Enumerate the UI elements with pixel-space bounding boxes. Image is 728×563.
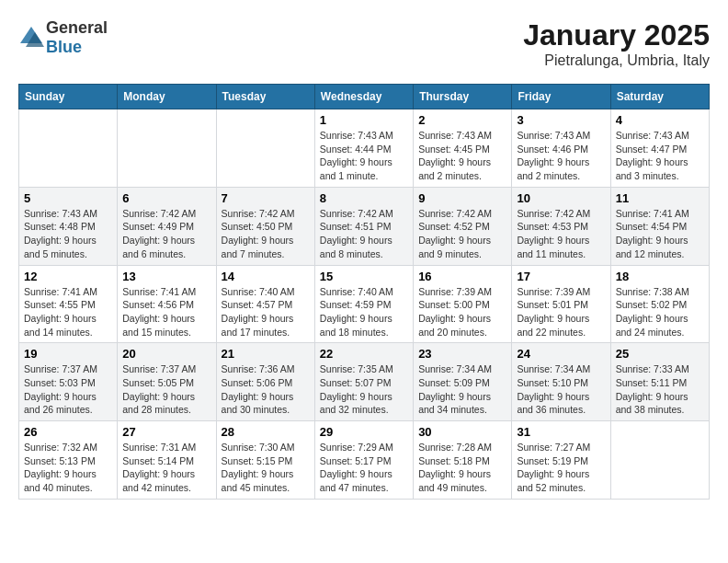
calendar-cell: 14Sunrise: 7:40 AMSunset: 4:57 PMDayligh… [216, 265, 314, 343]
day-number: 19 [24, 347, 112, 361]
day-number: 26 [24, 425, 112, 439]
calendar-cell: 11Sunrise: 7:41 AMSunset: 4:54 PMDayligh… [610, 187, 709, 265]
calendar-cell: 8Sunrise: 7:42 AMSunset: 4:51 PMDaylight… [314, 187, 413, 265]
day-info: Sunrise: 7:40 AMSunset: 4:57 PMDaylight:… [222, 285, 310, 339]
logo-text-blue: Blue [46, 38, 82, 56]
calendar-cell: 19Sunrise: 7:37 AMSunset: 5:03 PMDayligh… [19, 343, 118, 421]
day-number: 14 [222, 270, 310, 283]
day-number: 1 [320, 113, 408, 127]
calendar-cell: 10Sunrise: 7:42 AMSunset: 4:53 PMDayligh… [512, 187, 610, 265]
calendar-cell: 13Sunrise: 7:41 AMSunset: 4:56 PMDayligh… [118, 265, 216, 343]
day-number: 7 [222, 191, 310, 205]
logo-icon [18, 25, 44, 51]
day-number: 27 [122, 425, 210, 439]
calendar-cell [118, 109, 216, 188]
weekday-header: Tuesday [216, 85, 314, 109]
calendar-cell: 22Sunrise: 7:35 AMSunset: 5:07 PMDayligh… [314, 343, 413, 421]
day-number: 4 [616, 113, 704, 127]
day-info: Sunrise: 7:42 AMSunset: 4:53 PMDaylight:… [517, 207, 605, 261]
calendar-week: 19Sunrise: 7:37 AMSunset: 5:03 PMDayligh… [19, 343, 710, 421]
calendar-cell: 24Sunrise: 7:34 AMSunset: 5:10 PMDayligh… [512, 343, 610, 421]
day-number: 12 [24, 270, 112, 283]
day-info: Sunrise: 7:34 AMSunset: 5:09 PMDaylight:… [418, 362, 506, 417]
day-info: Sunrise: 7:43 AMSunset: 4:47 PMDaylight:… [616, 129, 704, 183]
calendar-cell: 1Sunrise: 7:43 AMSunset: 4:44 PMDaylight… [314, 109, 413, 188]
day-number: 13 [122, 270, 210, 283]
calendar-table: SundayMondayTuesdayWednesdayThursdayFrid… [18, 84, 710, 500]
day-info: Sunrise: 7:29 AMSunset: 5:17 PMDaylight:… [320, 441, 408, 495]
calendar-cell: 28Sunrise: 7:30 AMSunset: 5:15 PMDayligh… [216, 421, 314, 500]
calendar-cell: 9Sunrise: 7:42 AMSunset: 4:52 PMDaylight… [414, 187, 512, 265]
calendar-week: 1Sunrise: 7:43 AMSunset: 4:44 PMDaylight… [19, 109, 710, 188]
weekday-header: Sunday [19, 85, 118, 109]
day-number: 3 [517, 113, 605, 127]
day-number: 8 [320, 191, 408, 205]
day-number: 2 [418, 113, 506, 127]
day-info: Sunrise: 7:40 AMSunset: 4:59 PMDaylight:… [320, 285, 408, 339]
day-info: Sunrise: 7:41 AMSunset: 4:55 PMDaylight:… [24, 285, 112, 339]
day-number: 24 [517, 347, 605, 361]
calendar-week: 12Sunrise: 7:41 AMSunset: 4:55 PMDayligh… [19, 265, 710, 343]
day-number: 6 [122, 191, 210, 205]
calendar-cell: 18Sunrise: 7:38 AMSunset: 5:02 PMDayligh… [610, 265, 709, 343]
day-number: 25 [616, 347, 704, 361]
day-number: 21 [222, 347, 310, 361]
day-info: Sunrise: 7:34 AMSunset: 5:10 PMDaylight:… [517, 362, 605, 417]
day-number: 5 [24, 191, 112, 205]
calendar-cell: 15Sunrise: 7:40 AMSunset: 4:59 PMDayligh… [314, 265, 413, 343]
day-info: Sunrise: 7:42 AMSunset: 4:52 PMDaylight:… [418, 207, 506, 261]
calendar-cell: 21Sunrise: 7:36 AMSunset: 5:06 PMDayligh… [216, 343, 314, 421]
day-number: 9 [418, 191, 506, 205]
calendar-cell: 26Sunrise: 7:32 AMSunset: 5:13 PMDayligh… [19, 421, 118, 500]
calendar-cell: 6Sunrise: 7:42 AMSunset: 4:49 PMDaylight… [118, 187, 216, 265]
day-info: Sunrise: 7:28 AMSunset: 5:18 PMDaylight:… [418, 441, 506, 495]
logo: General Blue [18, 18, 108, 57]
calendar-cell: 12Sunrise: 7:41 AMSunset: 4:55 PMDayligh… [19, 265, 118, 343]
day-number: 30 [418, 425, 506, 439]
calendar-cell: 2Sunrise: 7:43 AMSunset: 4:45 PMDaylight… [414, 109, 512, 188]
calendar-cell: 16Sunrise: 7:39 AMSunset: 5:00 PMDayligh… [414, 265, 512, 343]
calendar-week: 5Sunrise: 7:43 AMSunset: 4:48 PMDaylight… [19, 187, 710, 265]
calendar-cell [610, 421, 709, 500]
page-header: General Blue January 2025 Pietralunga, U… [18, 18, 710, 69]
title-block: January 2025 Pietralunga, Umbria, Italy [523, 18, 710, 69]
day-number: 11 [616, 191, 704, 205]
day-info: Sunrise: 7:33 AMSunset: 5:11 PMDaylight:… [616, 362, 704, 417]
weekday-header: Thursday [414, 85, 512, 109]
day-info: Sunrise: 7:38 AMSunset: 5:02 PMDaylight:… [616, 285, 704, 339]
day-info: Sunrise: 7:35 AMSunset: 5:07 PMDaylight:… [320, 362, 408, 417]
day-info: Sunrise: 7:41 AMSunset: 4:56 PMDaylight:… [122, 285, 210, 339]
day-info: Sunrise: 7:42 AMSunset: 4:50 PMDaylight:… [222, 207, 310, 261]
calendar-header: SundayMondayTuesdayWednesdayThursdayFrid… [19, 85, 710, 109]
day-info: Sunrise: 7:43 AMSunset: 4:46 PMDaylight:… [517, 129, 605, 183]
calendar-cell: 4Sunrise: 7:43 AMSunset: 4:47 PMDaylight… [610, 109, 709, 188]
day-number: 16 [418, 270, 506, 283]
day-info: Sunrise: 7:41 AMSunset: 4:54 PMDaylight:… [616, 207, 704, 261]
calendar-cell: 17Sunrise: 7:39 AMSunset: 5:01 PMDayligh… [512, 265, 610, 343]
day-info: Sunrise: 7:31 AMSunset: 5:14 PMDaylight:… [122, 441, 210, 495]
weekday-header: Saturday [610, 85, 709, 109]
weekday-header: Friday [512, 85, 610, 109]
calendar-cell: 30Sunrise: 7:28 AMSunset: 5:18 PMDayligh… [414, 421, 512, 500]
calendar-cell: 3Sunrise: 7:43 AMSunset: 4:46 PMDaylight… [512, 109, 610, 188]
day-info: Sunrise: 7:37 AMSunset: 5:05 PMDaylight:… [122, 362, 210, 417]
day-info: Sunrise: 7:27 AMSunset: 5:19 PMDaylight:… [517, 441, 605, 495]
day-info: Sunrise: 7:43 AMSunset: 4:45 PMDaylight:… [418, 129, 506, 183]
weekday-header: Wednesday [314, 85, 413, 109]
day-number: 17 [517, 270, 605, 283]
day-number: 31 [517, 425, 605, 439]
calendar-cell [216, 109, 314, 188]
day-info: Sunrise: 7:43 AMSunset: 4:44 PMDaylight:… [320, 129, 408, 183]
day-info: Sunrise: 7:39 AMSunset: 5:01 PMDaylight:… [517, 285, 605, 339]
day-number: 15 [320, 270, 408, 283]
calendar-cell: 29Sunrise: 7:29 AMSunset: 5:17 PMDayligh… [314, 421, 413, 500]
day-info: Sunrise: 7:42 AMSunset: 4:51 PMDaylight:… [320, 207, 408, 261]
day-number: 28 [222, 425, 310, 439]
calendar-cell: 27Sunrise: 7:31 AMSunset: 5:14 PMDayligh… [118, 421, 216, 500]
day-info: Sunrise: 7:42 AMSunset: 4:49 PMDaylight:… [122, 207, 210, 261]
month-title: January 2025 [523, 18, 710, 52]
day-info: Sunrise: 7:37 AMSunset: 5:03 PMDaylight:… [24, 362, 112, 417]
day-info: Sunrise: 7:39 AMSunset: 5:00 PMDaylight:… [418, 285, 506, 339]
calendar-cell: 23Sunrise: 7:34 AMSunset: 5:09 PMDayligh… [414, 343, 512, 421]
day-number: 29 [320, 425, 408, 439]
